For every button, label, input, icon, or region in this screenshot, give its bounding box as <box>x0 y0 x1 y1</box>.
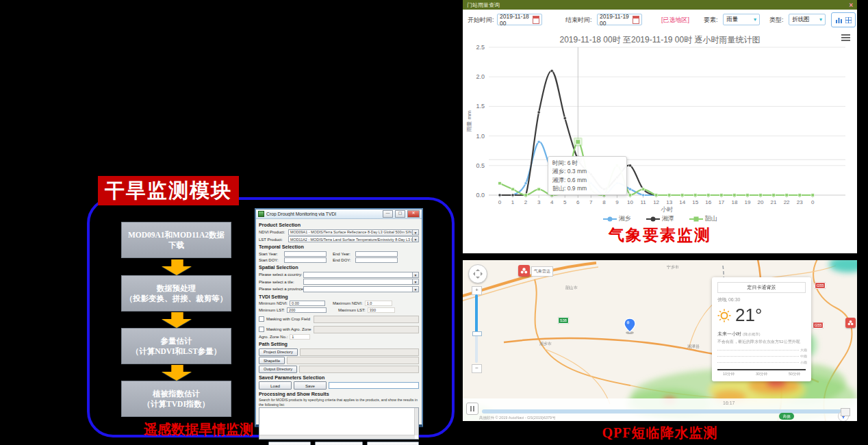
min-ndvi-label: Minimum NDVI: <box>259 301 288 305</box>
element-select[interactable]: 雨量▾ <box>723 14 760 25</box>
radar-station-marker[interactable] <box>518 265 530 277</box>
spatial-province-label: Please select a province: <box>259 287 301 291</box>
start-time-input[interactable]: 2019-11-18 00 <box>497 14 542 25</box>
chart-legend: 湘乡湘潭韶山 <box>463 214 857 223</box>
road-shield: G55 <box>813 322 824 329</box>
svg-text:23: 23 <box>797 199 803 205</box>
saved-params-field[interactable] <box>329 382 419 389</box>
tick-label: 10分钟 <box>723 372 735 377</box>
place-label: 韶山市 <box>565 285 578 291</box>
bar-chart-icon[interactable] <box>836 17 842 23</box>
svg-text:12: 12 <box>653 199 659 205</box>
min-lst-label: Minimum LST: <box>259 308 285 312</box>
min-lst-input[interactable]: 200 <box>287 307 327 313</box>
type-label: 类型: <box>769 16 784 25</box>
maximize-button[interactable]: ▢ <box>395 210 405 218</box>
mask-agro-checkbox[interactable] <box>259 327 264 332</box>
zoom-slider-handle[interactable] <box>472 331 482 336</box>
table-icon[interactable] <box>845 17 852 23</box>
qpf-caption: QPF短临降水监测 <box>463 424 857 442</box>
timeline-track[interactable] <box>482 409 850 414</box>
spatial-country-label: Please select a country: <box>259 272 301 277</box>
minimize-button[interactable]: — <box>383 210 393 218</box>
spatial-country-select[interactable]: ▼ <box>303 272 419 278</box>
zoom-in-button[interactable]: + <box>472 286 482 295</box>
flow-arrow-icon <box>162 259 192 275</box>
save-button[interactable]: Save <box>294 381 327 390</box>
chart-table-toggle[interactable] <box>831 12 856 27</box>
pause-button[interactable] <box>466 403 478 415</box>
agro-no-label: Agro. Zone No.: <box>259 335 288 339</box>
mask-crop-checkbox[interactable] <box>259 316 264 322</box>
svg-text:1.0: 1.0 <box>476 133 485 140</box>
radar-station-marker[interactable] <box>845 318 856 328</box>
dropdown-caret-icon: ▼ <box>412 287 418 292</box>
meteo-caption: 气象要素监测 <box>463 225 857 246</box>
tvdi-titlebar[interactable]: Crop Drought Monitoring via TVDI — ▢ ✕ <box>256 209 422 219</box>
element-label: 要素: <box>704 16 718 25</box>
agro-no-input[interactable]: 1 <box>290 334 310 340</box>
place-label: 湘乡市 <box>539 341 552 347</box>
legend-item[interactable]: 韶山 <box>689 214 717 223</box>
start-time-label: 开始时间: <box>468 16 494 25</box>
tvdi-window-title: Crop Drought Monitoring via TVDI <box>266 212 381 216</box>
project-directory-button[interactable]: Project Directory <box>259 348 298 356</box>
vertical-scrollbar[interactable] <box>414 408 418 435</box>
flow-step-preprocess: 数据预处理 （投影变换、拼接、裁剪等） <box>121 275 231 312</box>
start-doy-input[interactable] <box>284 257 327 263</box>
calendar-icon[interactable] <box>533 16 539 24</box>
road-shield: G55 <box>815 282 826 289</box>
ndvi-product-select[interactable]: MOD09A1 - MODIS/Terra Surface Reflectanc… <box>288 229 419 236</box>
tvdi-estimation-button[interactable]: TVDI Estimation <box>367 442 419 445</box>
sun-icon <box>717 309 731 322</box>
section-temporal: Temporal Selection <box>259 244 419 250</box>
weather-card-header[interactable]: 定日卡通背景 <box>717 282 806 293</box>
start-year-input[interactable] <box>284 251 327 257</box>
load-button[interactable]: Load <box>259 381 292 390</box>
legend-item[interactable]: 湘乡 <box>603 214 631 223</box>
horizontal-scrollbar[interactable] <box>259 435 415 439</box>
dropdown-caret-icon: ▼ <box>412 279 418 284</box>
legend-item[interactable]: 湘潭 <box>646 214 674 223</box>
chart-menu-icon[interactable] <box>841 34 850 41</box>
download-button[interactable]: Download <box>268 442 311 445</box>
chart-tooltip: 时间: 6 时 湘乡: 0.3 mm 湘潭: 0.6 mm 韶山: 0.9 mm <box>548 156 627 195</box>
weather-popup-card[interactable]: 定日卡通背景 傍晚 06:30 21° 未来一小时 (降水概率) 不会有雨，最近… <box>712 277 811 381</box>
spatial-tile-select[interactable]: ▼ <box>303 279 419 285</box>
output-directory-button[interactable]: Output Directory <box>259 366 297 373</box>
chevron-down-icon: ▾ <box>754 16 756 23</box>
svg-text:16: 16 <box>705 199 711 205</box>
max-lst-input[interactable]: 330 <box>368 307 395 313</box>
svg-text:2.5: 2.5 <box>476 44 485 51</box>
min-ndvi-input[interactable]: 0.00 <box>290 301 325 306</box>
close-icon[interactable]: × <box>849 1 853 9</box>
meteo-panel: 门站雨量查询 × 开始时间: 2019-11-18 00 结束时间: 2019-… <box>463 0 857 253</box>
flow-arrow-icon <box>162 312 192 328</box>
end-doy-input[interactable] <box>355 257 398 263</box>
max-ndvi-input[interactable]: 1.0 <box>365 301 392 306</box>
shapefile-button[interactable]: Shapefile <box>259 357 285 364</box>
zoom-out-button[interactable]: − <box>472 364 482 373</box>
end-year-input[interactable] <box>355 251 398 257</box>
selected-region-link[interactable]: [已选地区] <box>661 16 689 25</box>
timeline-handle[interactable] <box>841 408 850 416</box>
qpf-map-panel[interactable]: 韶山市 湘乡市 湘潭县 宁乡市 G55 S38 G55 + − 气象雷达 定日卡… <box>463 260 857 421</box>
map-pan-control[interactable] <box>468 264 487 283</box>
selected-station-marker[interactable] <box>624 318 635 334</box>
calendar-icon[interactable] <box>633 16 639 24</box>
processing-note: Search for MODIS products by specifying … <box>259 398 419 407</box>
chevron-down-icon: ▾ <box>819 16 822 23</box>
close-button[interactable]: ✕ <box>407 210 420 218</box>
end-time-input[interactable]: 2019-11-19 00 <box>597 14 642 25</box>
end-time-label: 结束时间: <box>565 16 592 25</box>
lst-product-select[interactable]: MOD11A2 - MODIS/Terra Land Surface Tempe… <box>288 236 419 242</box>
preprocessing-button[interactable]: Preprocessing <box>315 442 363 445</box>
zoom-slider-fill <box>475 294 478 334</box>
svg-text:20: 20 <box>758 199 764 205</box>
section-processing: Processing and Show Results <box>259 391 419 397</box>
results-list[interactable] <box>259 407 419 440</box>
spatial-province-select[interactable]: ▼ <box>303 286 419 292</box>
type-select[interactable]: 折线图▾ <box>789 14 826 25</box>
meteo-window-title: 门站雨量查询 <box>467 1 500 9</box>
poi-cluster-icon <box>520 267 528 275</box>
